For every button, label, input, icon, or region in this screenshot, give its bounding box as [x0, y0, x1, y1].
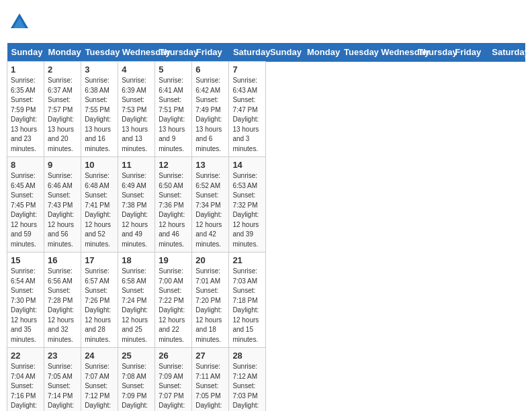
day-info: Sunrise: 7:03 AM Sunset: 7:18 PM Dayligh… — [232, 267, 262, 345]
day-info: Sunrise: 7:01 AM Sunset: 7:20 PM Dayligh… — [195, 267, 225, 345]
table-row: 6Sunrise: 6:42 AM Sunset: 7:49 PM Daylig… — [192, 62, 229, 157]
header-friday: Friday — [192, 43, 229, 62]
day-number: 13 — [195, 160, 225, 170]
day-number: 15 — [11, 255, 40, 265]
header-monday: Monday — [303, 43, 340, 62]
header-tuesday: Tuesday — [81, 43, 118, 62]
day-info: Sunrise: 7:09 AM Sunset: 7:07 PM Dayligh… — [159, 362, 188, 411]
day-number: 10 — [85, 160, 114, 170]
header-monday: Monday — [44, 43, 81, 62]
day-info: Sunrise: 6:56 AM Sunset: 7:28 PM Dayligh… — [48, 267, 77, 345]
day-number: 23 — [48, 351, 77, 361]
table-row: 27Sunrise: 7:11 AM Sunset: 7:05 PM Dayli… — [192, 348, 229, 412]
day-number: 20 — [195, 255, 225, 265]
header-sunday: Sunday — [7, 43, 44, 62]
calendar-week-row: 8Sunrise: 6:45 AM Sunset: 7:45 PM Daylig… — [7, 157, 525, 253]
table-row: 20Sunrise: 7:01 AM Sunset: 7:20 PM Dayli… — [192, 253, 229, 348]
calendar-week-row: 22Sunrise: 7:04 AM Sunset: 7:16 PM Dayli… — [7, 348, 525, 412]
day-number: 28 — [232, 351, 262, 361]
day-number: 18 — [122, 255, 151, 265]
day-number: 3 — [85, 64, 114, 75]
table-row: 23Sunrise: 7:05 AM Sunset: 7:14 PM Dayli… — [44, 348, 81, 412]
logo — [9, 12, 32, 32]
calendar-week-row: 15Sunrise: 6:54 AM Sunset: 7:30 PM Dayli… — [7, 253, 525, 348]
table-row: 3Sunrise: 6:38 AM Sunset: 7:55 PM Daylig… — [81, 62, 118, 157]
day-number: 25 — [122, 351, 151, 361]
logo-icon — [9, 12, 30, 32]
table-row: 12Sunrise: 6:50 AM Sunset: 7:36 PM Dayli… — [155, 157, 192, 253]
day-number: 11 — [122, 160, 151, 170]
day-info: Sunrise: 7:12 AM Sunset: 7:03 PM Dayligh… — [232, 362, 262, 411]
day-info: Sunrise: 6:42 AM Sunset: 7:49 PM Dayligh… — [195, 76, 225, 154]
table-row: 22Sunrise: 7:04 AM Sunset: 7:16 PM Dayli… — [7, 348, 44, 412]
table-row: 19Sunrise: 7:00 AM Sunset: 7:22 PM Dayli… — [155, 253, 192, 348]
table-row: 21Sunrise: 7:03 AM Sunset: 7:18 PM Dayli… — [229, 253, 266, 348]
header-wednesday: Wednesday — [118, 43, 155, 62]
day-info: Sunrise: 6:35 AM Sunset: 7:59 PM Dayligh… — [11, 76, 40, 154]
day-number: 16 — [48, 255, 77, 265]
day-info: Sunrise: 6:48 AM Sunset: 7:41 PM Dayligh… — [85, 171, 114, 249]
day-number: 22 — [11, 351, 40, 361]
table-row: 25Sunrise: 7:08 AM Sunset: 7:09 PM Dayli… — [118, 348, 155, 412]
table-row: 14Sunrise: 6:53 AM Sunset: 7:32 PM Dayli… — [229, 157, 266, 253]
day-number: 4 — [122, 64, 151, 75]
day-info: Sunrise: 6:53 AM Sunset: 7:32 PM Dayligh… — [232, 171, 262, 249]
day-info: Sunrise: 6:46 AM Sunset: 7:43 PM Dayligh… — [48, 171, 77, 249]
day-info: Sunrise: 6:49 AM Sunset: 7:38 PM Dayligh… — [122, 171, 151, 249]
day-info: Sunrise: 6:58 AM Sunset: 7:24 PM Dayligh… — [122, 267, 151, 345]
day-number: 12 — [159, 160, 188, 170]
day-number: 19 — [159, 255, 188, 265]
calendar-week-row: 1Sunrise: 6:35 AM Sunset: 7:59 PM Daylig… — [7, 62, 525, 157]
day-info: Sunrise: 6:39 AM Sunset: 7:53 PM Dayligh… — [122, 76, 151, 154]
header-saturday: Saturday — [229, 43, 266, 62]
table-row: 11Sunrise: 6:49 AM Sunset: 7:38 PM Dayli… — [118, 157, 155, 253]
day-number: 21 — [232, 255, 262, 265]
table-row: 26Sunrise: 7:09 AM Sunset: 7:07 PM Dayli… — [155, 348, 192, 412]
table-row: 28Sunrise: 7:12 AM Sunset: 7:03 PM Dayli… — [229, 348, 266, 412]
day-info: Sunrise: 6:43 AM Sunset: 7:47 PM Dayligh… — [232, 76, 262, 154]
day-info: Sunrise: 7:04 AM Sunset: 7:16 PM Dayligh… — [11, 362, 40, 411]
table-row: 24Sunrise: 7:07 AM Sunset: 7:12 PM Dayli… — [81, 348, 118, 412]
day-info: Sunrise: 7:00 AM Sunset: 7:22 PM Dayligh… — [159, 267, 188, 345]
table-row: 5Sunrise: 6:41 AM Sunset: 7:51 PM Daylig… — [155, 62, 192, 157]
day-number: 24 — [85, 351, 114, 361]
table-row: 7Sunrise: 6:43 AM Sunset: 7:47 PM Daylig… — [229, 62, 266, 157]
table-row: 4Sunrise: 6:39 AM Sunset: 7:53 PM Daylig… — [118, 62, 155, 157]
calendar-table: SundayMondayTuesdayWednesdayThursdayFrid… — [7, 43, 525, 411]
day-number: 26 — [159, 351, 188, 361]
day-number: 5 — [159, 64, 188, 75]
day-number: 1 — [11, 64, 40, 75]
header-friday: Friday — [451, 43, 488, 62]
day-info: Sunrise: 6:38 AM Sunset: 7:55 PM Dayligh… — [85, 76, 114, 154]
day-info: Sunrise: 6:37 AM Sunset: 7:57 PM Dayligh… — [48, 76, 77, 154]
day-number: 9 — [48, 160, 77, 170]
day-number: 8 — [11, 160, 40, 170]
header-thursday: Thursday — [155, 43, 192, 62]
header-thursday: Thursday — [414, 43, 451, 62]
table-row: 18Sunrise: 6:58 AM Sunset: 7:24 PM Dayli… — [118, 253, 155, 348]
day-info: Sunrise: 6:41 AM Sunset: 7:51 PM Dayligh… — [159, 76, 188, 154]
table-row: 17Sunrise: 6:57 AM Sunset: 7:26 PM Dayli… — [81, 253, 118, 348]
day-number: 14 — [232, 160, 262, 170]
table-row: 8Sunrise: 6:45 AM Sunset: 7:45 PM Daylig… — [7, 157, 44, 253]
day-info: Sunrise: 6:50 AM Sunset: 7:36 PM Dayligh… — [159, 171, 188, 249]
day-info: Sunrise: 7:08 AM Sunset: 7:09 PM Dayligh… — [122, 362, 151, 411]
day-info: Sunrise: 6:52 AM Sunset: 7:34 PM Dayligh… — [195, 171, 225, 249]
table-row: 15Sunrise: 6:54 AM Sunset: 7:30 PM Dayli… — [7, 253, 44, 348]
table-row: 9Sunrise: 6:46 AM Sunset: 7:43 PM Daylig… — [44, 157, 81, 253]
table-row: 16Sunrise: 6:56 AM Sunset: 7:28 PM Dayli… — [44, 253, 81, 348]
page-header — [7, 7, 525, 38]
day-number: 27 — [195, 351, 225, 361]
header-sunday: Sunday — [266, 43, 303, 62]
day-info: Sunrise: 7:07 AM Sunset: 7:12 PM Dayligh… — [85, 362, 114, 411]
day-info: Sunrise: 7:05 AM Sunset: 7:14 PM Dayligh… — [48, 362, 77, 411]
table-row: 2Sunrise: 6:37 AM Sunset: 7:57 PM Daylig… — [44, 62, 81, 157]
day-info: Sunrise: 6:54 AM Sunset: 7:30 PM Dayligh… — [11, 267, 40, 345]
table-row: 10Sunrise: 6:48 AM Sunset: 7:41 PM Dayli… — [81, 157, 118, 253]
day-info: Sunrise: 6:57 AM Sunset: 7:26 PM Dayligh… — [85, 267, 114, 345]
day-info: Sunrise: 6:45 AM Sunset: 7:45 PM Dayligh… — [11, 171, 40, 249]
day-number: 7 — [232, 64, 262, 75]
header-wednesday: Wednesday — [377, 43, 414, 62]
header-saturday: Saturday — [488, 43, 525, 62]
day-info: Sunrise: 7:11 AM Sunset: 7:05 PM Dayligh… — [195, 362, 225, 411]
